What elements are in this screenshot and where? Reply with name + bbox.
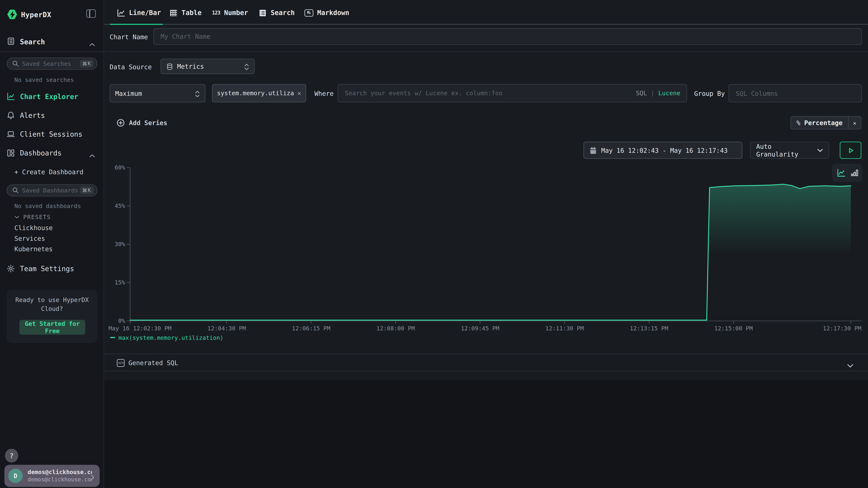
command-icon xyxy=(82,61,87,66)
date-range-value: May 16 12:02:43 - May 16 12:17:43 xyxy=(601,147,727,154)
sidebar-item-search[interactable]: Search xyxy=(0,36,103,48)
select-chevrons-icon xyxy=(244,63,249,70)
sql-toggle[interactable]: SQL xyxy=(636,90,647,97)
add-series-label: Add Series xyxy=(129,119,167,127)
help-button[interactable]: ? xyxy=(5,449,18,463)
gear-icon xyxy=(7,264,15,273)
chevron-down-icon xyxy=(817,148,823,152)
preset-services[interactable]: Services xyxy=(14,235,45,242)
empty-area xyxy=(104,380,868,488)
tab-number[interactable]: 123 Number xyxy=(212,7,248,18)
granularity-select[interactable]: Auto Granularity xyxy=(750,142,829,159)
sidebar-item-chart-explorer[interactable]: Chart Explorer xyxy=(0,91,103,102)
user-email: demos@clickhouse.com xyxy=(28,469,92,475)
layout-grid-icon xyxy=(7,149,15,157)
cloud-promo-line1: Ready to use HyperDX xyxy=(7,297,97,304)
aggregation-select[interactable]: Maximum xyxy=(110,84,206,102)
granularity-value: Auto Granularity xyxy=(756,142,814,158)
get-started-button[interactable]: Get Started for Free xyxy=(19,320,85,335)
percentage-close-icon[interactable]: ✕ xyxy=(848,117,861,129)
avatar: D xyxy=(8,469,23,483)
svg-text:12:09:45 PM: 12:09:45 PM xyxy=(461,325,499,332)
chevron-up-icon xyxy=(89,150,96,156)
cloud-promo-line2: Cloud? xyxy=(7,305,97,313)
chart-type-tabbar: Line/Bar Table 123 Number Search M↓ Ma xyxy=(104,0,868,25)
svg-text:12:13:15 PM: 12:13:15 PM xyxy=(630,325,669,332)
group-by-input[interactable] xyxy=(728,84,862,102)
markdown-icon: M↓ xyxy=(305,9,313,17)
where-label: Where xyxy=(314,90,334,97)
presets-header[interactable]: PRESETS xyxy=(14,214,51,220)
svg-text:15%: 15% xyxy=(115,279,125,286)
svg-text:12:06:15 PM: 12:06:15 PM xyxy=(292,325,330,332)
tab-label: Search xyxy=(271,9,295,17)
tab-search[interactable]: Search xyxy=(258,7,295,18)
tab-markdown[interactable]: M↓ Markdown xyxy=(305,7,349,18)
run-query-button[interactable] xyxy=(840,142,861,159)
sidebar-collapse-icon[interactable] xyxy=(87,9,96,18)
timeseries-chart[interactable]: 0%15%30%45%60%May 16 12:02:30 PM12:04:30… xyxy=(104,164,868,349)
preset-clickhouse[interactable]: Clickhouse xyxy=(14,224,53,232)
chart-line-icon xyxy=(7,92,15,101)
search-icon xyxy=(12,60,19,67)
group-by-label: Group By xyxy=(694,90,725,97)
tab-label: Markdown xyxy=(317,9,349,17)
generated-sql-section[interactable]: </> Generated SQL xyxy=(104,354,868,371)
chevron-down-icon xyxy=(14,215,20,219)
plus-circle-icon xyxy=(117,119,125,127)
no-saved-searches-note: No saved searches xyxy=(14,76,74,83)
chevron-up-icon xyxy=(89,39,96,44)
preset-kubernetes[interactable]: Kubernetes xyxy=(14,245,53,253)
sidebar-item-label: Dashboards xyxy=(20,149,61,157)
laptop-icon xyxy=(7,130,15,138)
svg-text:12:11:30 PM: 12:11:30 PM xyxy=(546,325,584,332)
metric-value: system.memory.utiliza xyxy=(217,90,294,97)
saved-searches-input[interactable]: Saved Searches K xyxy=(7,58,97,70)
remove-metric-icon[interactable]: ✕ xyxy=(298,90,301,97)
data-source-select[interactable]: Metrics xyxy=(161,59,255,74)
user-menu[interactable]: D demos@clickhouse.com demos@clickhouse.… xyxy=(4,465,100,487)
lucene-toggle[interactable]: Lucene xyxy=(658,90,680,97)
tab-label: Number xyxy=(224,9,248,17)
chart-name-input[interactable] xyxy=(153,28,862,45)
sidebar-item-dashboards[interactable]: Dashboards xyxy=(0,148,103,159)
saved-dashboards-input[interactable]: Saved Dashboards K xyxy=(7,184,97,196)
divider xyxy=(0,52,103,52)
sidebar-item-team-settings[interactable]: Team Settings xyxy=(0,263,103,274)
sidebar-item-label: Team Settings xyxy=(20,264,74,273)
number-123-icon: 123 xyxy=(212,10,220,15)
sidebar: HyperDX Search Saved Searches K No saved… xyxy=(0,0,104,488)
data-source-label: Data Source xyxy=(110,63,152,71)
toggle-separator: | xyxy=(651,90,654,97)
search-icon xyxy=(12,187,19,194)
sidebar-item-alerts[interactable]: Alerts xyxy=(0,110,103,121)
sidebar-item-client-sessions[interactable]: Client Sessions xyxy=(0,129,103,140)
legend-swatch xyxy=(110,337,115,338)
shortcut-badge: K xyxy=(80,187,94,194)
percentage-label: Percentage xyxy=(804,119,842,127)
shortcut-badge: K xyxy=(80,60,94,68)
add-series-button[interactable]: Add Series xyxy=(117,117,167,129)
create-dashboard-button[interactable]: + Create Dashboard xyxy=(14,168,84,176)
tab-line-bar[interactable]: Line/Bar xyxy=(117,7,161,18)
where-input[interactable] xyxy=(338,84,687,102)
svg-text:30%: 30% xyxy=(115,241,125,248)
svg-text:May 16 12:02:30 PM: May 16 12:02:30 PM xyxy=(108,325,172,332)
tab-table[interactable]: Table xyxy=(169,7,202,18)
presets-label: PRESETS xyxy=(23,214,51,220)
percentage-toggle: % Percentage ✕ xyxy=(790,116,861,129)
user-team: demos@clickhouse.com's xyxy=(28,477,92,483)
select-chevrons-icon xyxy=(195,89,200,97)
svg-text:12:15:00 PM: 12:15:00 PM xyxy=(714,325,753,332)
svg-text:0%: 0% xyxy=(118,317,125,324)
metric-tag[interactable]: system.memory.utiliza ✕ xyxy=(212,84,306,102)
svg-text:12:04:30 PM: 12:04:30 PM xyxy=(208,325,246,332)
code-icon: </> xyxy=(117,359,125,367)
percentage-button[interactable]: % Percentage xyxy=(791,117,848,129)
sidebar-item-label: Search xyxy=(20,38,45,46)
date-range-picker[interactable]: May 16 12:02:43 - May 16 12:17:43 xyxy=(584,142,743,159)
sidebar-item-label: Chart Explorer xyxy=(20,92,78,101)
sidebar-item-label: Client Sessions xyxy=(20,130,83,138)
generated-sql-label: Generated SQL xyxy=(128,359,178,367)
aggregation-value: Maximum xyxy=(115,89,191,97)
